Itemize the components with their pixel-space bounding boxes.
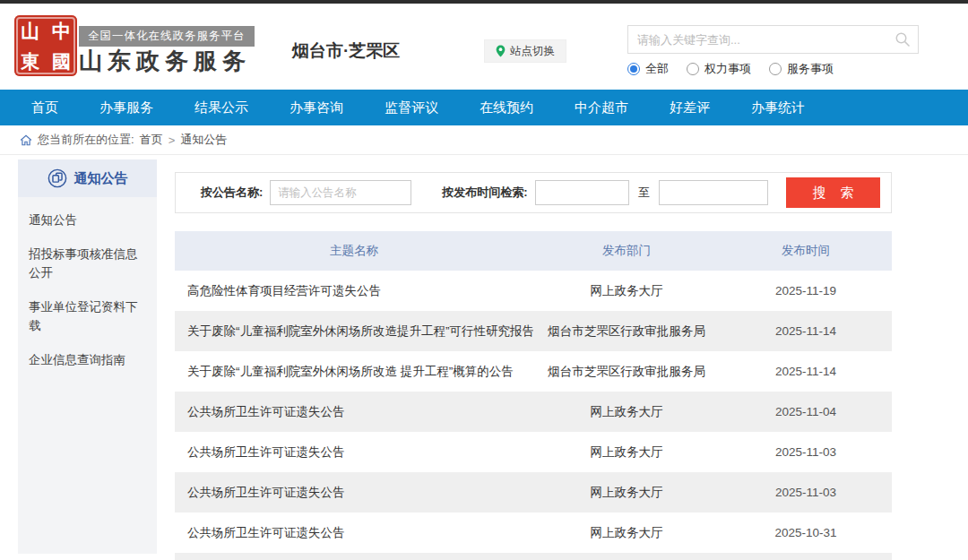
page: 山 中 東 國 全国一体化在线政务服务平台 山东政务服务 烟台市·芝罘区 站点切… xyxy=(0,0,968,560)
nav-item[interactable]: 办事服务 xyxy=(79,90,174,125)
radio-circle-icon xyxy=(769,63,782,75)
breadcrumb: 您当前所在的位置: 首页 > 通知公告 xyxy=(0,125,968,155)
table-row[interactable]: 关于废除“儿童福利院室外休闲场所改造提升工程”可行性研究报告的公告 烟台市芝罘区… xyxy=(175,311,892,351)
platform-tag: 全国一体化在线政务服务平台 xyxy=(79,26,255,47)
seal-char: 山 xyxy=(21,22,39,40)
seal-char: 中 xyxy=(52,22,71,40)
sidebar: 通知公告 通知公告招投标事项核准信息公开事业单位登记资料下载企业信息查询指南 xyxy=(18,159,157,560)
table-row[interactable]: 公共场所卫生许可证遗失公告 网上政务大厅 2025-10-31 xyxy=(175,513,892,553)
announcement-dept: 网上政务大厅 xyxy=(533,283,720,299)
announcement-title[interactable]: 关于废除“儿童福利院室外休闲场所改造 提升工程”概算的公告 xyxy=(175,364,533,380)
sidebar-menu: 通知公告招投标事项核准信息公开事业单位登记资料下载企业信息查询指南 xyxy=(18,197,157,554)
keyword-search-box xyxy=(627,25,919,54)
announcement-title[interactable]: 公共场所卫生许可证遗失公告 xyxy=(175,525,533,541)
home-icon xyxy=(20,134,32,146)
announcement-table: 主题名称 发布部门 发布时间 高危险性体育项目经营许可遗失公告 网上政务大厅 2… xyxy=(175,231,892,560)
announcement-dept: 网上政务大厅 xyxy=(533,404,720,420)
announcement-date: 2025-11-14 xyxy=(720,365,892,378)
announcement-date: 2025-11-14 xyxy=(720,324,892,338)
site-name: 山东政务服务 xyxy=(79,46,251,77)
nav-item[interactable]: 在线预约 xyxy=(459,90,554,125)
radio-circle-icon xyxy=(687,63,699,75)
sidebar-item[interactable]: 事业单位登记资料下载 xyxy=(29,298,146,336)
sidebar-title: 通知公告 xyxy=(74,170,128,187)
date-to-input[interactable] xyxy=(659,180,768,205)
table-row[interactable]: 关于废除“儿童福利院室外休闲场所改造 提升工程”概算的公告 烟台市芝罘区行政审批… xyxy=(175,351,892,392)
radio-service-items[interactable]: 服务事项 xyxy=(769,61,834,77)
nav-item[interactable]: 办事统计 xyxy=(730,90,825,125)
breadcrumb-home[interactable]: 首页 xyxy=(140,132,163,148)
search-scope-radios: 全部 权力事项 服务事项 xyxy=(627,61,834,77)
column-header-dept: 发布部门 xyxy=(533,243,720,259)
announcement-title[interactable]: 公共场所卫生许可证遗失公告 xyxy=(175,404,533,420)
keyword-search-input[interactable] xyxy=(628,26,886,53)
announcement-title[interactable]: 公共场所卫生许可证遗失公告 xyxy=(175,444,533,461)
sidebar-header: 通知公告 xyxy=(18,159,157,197)
region-name: 烟台市·芝罘区 xyxy=(292,39,400,63)
radio-power-items[interactable]: 权力事项 xyxy=(687,61,751,77)
table-row[interactable]: 高危险性体育项目经营许可遗失公告 网上政务大厅 2025-11-19 xyxy=(175,271,892,311)
nav-item[interactable]: 监督评议 xyxy=(364,90,459,125)
announcement-date: 2025-11-03 xyxy=(720,445,892,459)
announcement-date: 2025-11-19 xyxy=(720,284,892,297)
main-panel: 按公告名称: 按发布时间检索: 至 搜 索 主题名称 发布部门 发布时间 高危险… xyxy=(175,159,892,560)
table-row[interactable]: 公共场所卫生许可证遗失公告 网上政务大厅 2025-11-04 xyxy=(175,392,892,432)
shandong-seal-logo: 山 中 東 國 xyxy=(14,15,77,76)
nav-item[interactable]: 办事咨询 xyxy=(269,90,364,125)
column-header-date: 发布时间 xyxy=(720,243,892,259)
filter-time-label: 按发布时间检索: xyxy=(442,185,527,201)
table-row[interactable]: 公共场所卫生许可证遗失公告 网上政务大厅 2025-11-03 xyxy=(175,472,892,513)
radio-circle-icon xyxy=(627,63,640,75)
announcement-dept: 网上政务大厅 xyxy=(533,444,720,461)
radio-all[interactable]: 全部 xyxy=(627,61,669,77)
filter-name-label: 按公告名称: xyxy=(201,185,263,201)
nav-item[interactable]: 好差评 xyxy=(649,90,730,125)
announcement-name-input[interactable] xyxy=(270,180,411,205)
announcement-dept: 烟台市芝罘区行政审批服务局 xyxy=(533,323,720,340)
content-area: 通知公告 通知公告招投标事项核准信息公开事业单位登记资料下载企业信息查询指南 按… xyxy=(0,155,968,560)
announcement-title[interactable]: 高危险性体育项目经营许可遗失公告 xyxy=(175,283,533,299)
announcement-dept: 网上政务大厅 xyxy=(533,485,720,501)
filter-to-label: 至 xyxy=(638,185,650,201)
announcement-date: 2025-10-31 xyxy=(720,526,892,539)
column-header-title: 主题名称 xyxy=(175,243,533,259)
table-body: 高危险性体育项目经营许可遗失公告 网上政务大厅 2025-11-19 关于废除“… xyxy=(175,271,892,553)
announcement-date: 2025-11-03 xyxy=(720,486,892,499)
nav-item[interactable]: 中介超市 xyxy=(554,90,649,125)
announcement-dept: 网上政务大厅 xyxy=(533,525,720,541)
table-row[interactable]: 公共场所卫生许可证遗失公告 网上政务大厅 2025-11-03 xyxy=(175,432,892,472)
seal-char: 東 xyxy=(21,52,39,71)
radio-power-label: 权力事项 xyxy=(704,61,751,77)
announcement-title[interactable]: 公共场所卫生许可证遗失公告 xyxy=(175,485,533,501)
announcement-date: 2025-11-04 xyxy=(720,405,892,418)
radio-service-label: 服务事项 xyxy=(787,61,834,77)
site-header: 山 中 東 國 全国一体化在线政务服务平台 山东政务服务 烟台市·芝罘区 站点切… xyxy=(0,4,968,90)
announcement-dept: 烟台市芝罘区行政审批服务局 xyxy=(533,364,720,380)
sidebar-item[interactable]: 通知公告 xyxy=(29,211,146,230)
nav-item[interactable]: 首页 xyxy=(11,90,79,125)
nav-item[interactable]: 结果公示 xyxy=(174,90,269,125)
search-icon[interactable] xyxy=(887,26,918,53)
main-nav: 首页办事服务结果公示办事咨询监督评议在线预约中介超市好差评办事统计 xyxy=(0,90,968,125)
breadcrumb-current: 通知公告 xyxy=(180,132,227,148)
location-pin-icon xyxy=(496,45,506,57)
partial-next-row xyxy=(175,553,892,560)
sidebar-item[interactable]: 招投标事项核准信息公开 xyxy=(29,246,146,283)
date-from-input[interactable] xyxy=(535,180,629,205)
search-button[interactable]: 搜 索 xyxy=(786,177,880,208)
site-switch-label: 站点切换 xyxy=(510,44,555,59)
site-switch-button[interactable]: 站点切换 xyxy=(484,39,566,63)
sidebar-item[interactable]: 企业信息查询指南 xyxy=(29,351,146,370)
seal-char: 國 xyxy=(52,52,71,71)
filter-bar: 按公告名称: 按发布时间检索: 至 搜 索 xyxy=(175,172,892,213)
announcement-icon xyxy=(48,168,67,188)
announcement-title[interactable]: 关于废除“儿童福利院室外休闲场所改造提升工程”可行性研究报告的公告 xyxy=(175,323,533,340)
table-header-row: 主题名称 发布部门 发布时间 xyxy=(175,231,892,271)
breadcrumb-prefix: 您当前所在的位置: xyxy=(38,132,134,148)
radio-all-label: 全部 xyxy=(645,61,669,77)
breadcrumb-separator: > xyxy=(169,134,176,147)
